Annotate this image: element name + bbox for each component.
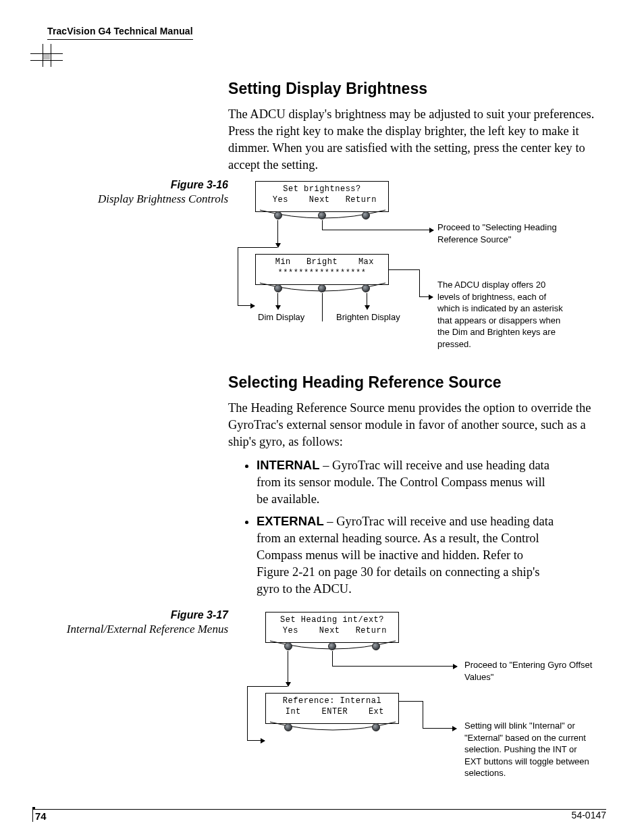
lcd-text: ***************** (256, 268, 388, 278)
list-item-internal: INTERNAL – GyroTrac will receive and use… (257, 457, 599, 508)
lcd-screen-1: Set Heading int/ext? Yes Next Return (265, 612, 399, 643)
content-column-2: Selecting Heading Reference Source The H… (228, 368, 599, 604)
main-content-column: Setting Display Brightness The ADCU disp… (228, 74, 599, 180)
figure-caption-3-17: Figure 3-17 Internal/External Reference … (67, 609, 228, 636)
diagram-note-proceed: Proceed to "Entering Gyro Offset Values" (464, 659, 593, 683)
lcd-button-icon (328, 642, 336, 650)
lcd-text: Set Heading int/ext? (266, 615, 398, 625)
lcd-button-icon (372, 723, 380, 731)
figure-caption-3-16: Figure 3-16 Display Brightness Controls (98, 179, 228, 206)
lcd-text: Yes Next Return (266, 626, 398, 635)
list-label-external: EXTERNAL (257, 514, 324, 528)
lcd-text: Int ENTER Ext (266, 707, 398, 716)
lcd-button-icon (318, 284, 326, 292)
registration-mark-icon (30, 44, 63, 67)
body-text-brightness: The ADCU display's brightness may be adj… (228, 106, 599, 174)
lcd-text: Min Bright Max (256, 257, 388, 267)
lcd-button-icon (274, 284, 282, 292)
document-id: 54-0147 (572, 810, 606, 820)
figure-3-17-diagram: Set Heading int/ext? Yes Next Return Ref… (228, 612, 599, 787)
list-item-external: EXTERNAL – GyroTrac will receive and use… (257, 513, 599, 598)
lcd-text: Reference: Internal (266, 696, 398, 706)
lcd-button-icon (318, 211, 326, 219)
diagram-note-levels: The ADCU display offers 20 levels of bri… (437, 279, 566, 350)
lcd-screen-2: Reference: Internal Int ENTER Ext (265, 693, 399, 724)
figure-number: Figure 3-17 (67, 609, 228, 621)
lcd-button-icon (362, 284, 370, 292)
list-label-internal: INTERNAL (257, 458, 320, 472)
lcd-button-icon (284, 723, 292, 731)
footer-side-rule (32, 810, 33, 822)
diagram-note-proceed: Proceed to "Selecting Heading Reference … (437, 221, 566, 245)
body-list: INTERNAL – GyroTrac will receive and use… (228, 457, 599, 598)
diagram-note-blink: Setting will blink "Internal" or "Extern… (464, 720, 593, 779)
section-heading-reference-source: Selecting Heading Reference Source (228, 373, 599, 392)
figure-3-16-diagram: Set brightness? Yes Next Return Min Brig… (228, 181, 599, 363)
page-number: 74 (35, 810, 47, 822)
footer-rule (32, 809, 606, 810)
figure-title: Internal/External Reference Menus (67, 623, 228, 636)
lcd-button-icon (362, 211, 370, 219)
diagram-label-brighten: Brighten Display (336, 312, 400, 322)
body-text-reference: The Heading Reference Source menu provid… (228, 400, 599, 450)
section-heading-brightness: Setting Display Brightness (228, 80, 599, 98)
figure-number: Figure 3-16 (98, 179, 228, 191)
running-header-title: TracVision G4 Technical Manual (47, 26, 193, 40)
diagram-label-dim: Dim Display (258, 312, 304, 322)
manual-page: TracVision G4 Technical Manual Setting D… (0, 0, 644, 834)
lcd-text: Yes Next Return (256, 195, 388, 205)
lcd-screen-1: Set brightness? Yes Next Return (255, 181, 389, 212)
figure-title: Display Brightness Controls (98, 192, 228, 206)
lcd-button-icon (284, 642, 292, 650)
lcd-screen-2: Min Bright Max ***************** (255, 254, 389, 285)
lcd-text: Set brightness? (256, 184, 388, 194)
lcd-button-icon (274, 211, 282, 219)
lcd-button-icon (372, 642, 380, 650)
